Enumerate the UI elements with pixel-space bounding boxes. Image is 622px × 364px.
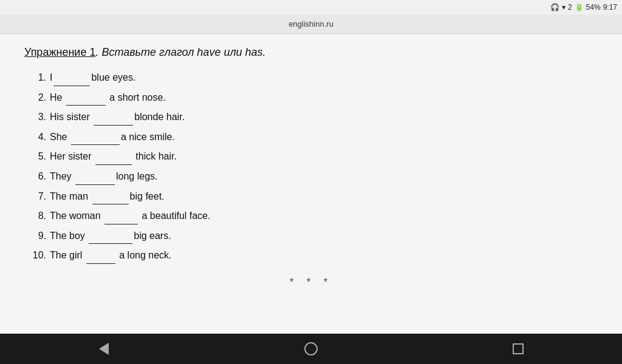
list-item: 10. The girl a long neck. xyxy=(24,248,598,264)
battery-icon: 🔋 xyxy=(575,3,584,12)
status-bar: 🎧 ▾ 2 🔋 54% 9:17 xyxy=(0,0,622,15)
item-number: 2. xyxy=(24,90,46,106)
item-number: 4. xyxy=(24,129,46,145)
list-item: 4. She a nice smile. xyxy=(24,129,598,146)
item-number: 6. xyxy=(24,169,46,184)
blank xyxy=(104,208,138,224)
wifi-icon: ▾ xyxy=(562,3,566,12)
item-number: 8. xyxy=(24,208,46,224)
blank xyxy=(71,129,120,146)
blank xyxy=(89,228,132,244)
time-display: 9:17 xyxy=(603,3,617,12)
list-item: 5. Her sister thick hair. xyxy=(24,149,598,165)
item-number: 1. xyxy=(24,70,46,86)
list-item: 8. The woman a beautiful face. xyxy=(24,208,598,224)
home-button[interactable] xyxy=(302,340,320,358)
status-icons: 🎧 ▾ 2 🔋 54% 9:17 xyxy=(550,3,617,12)
item-text: Her sister thick hair. xyxy=(50,149,177,165)
list-item: 9. The boy big ears. xyxy=(24,228,598,244)
blank xyxy=(95,149,132,165)
item-text: His sister blonde hair. xyxy=(50,109,185,126)
list-item: 6. They long legs. xyxy=(24,169,598,185)
item-text: She a nice smile. xyxy=(50,129,175,146)
separator: * * * xyxy=(24,276,598,289)
item-number: 9. xyxy=(24,228,46,244)
blank xyxy=(94,109,133,126)
url-text: englishinn.ru xyxy=(289,19,333,29)
back-icon xyxy=(99,343,109,355)
item-number: 7. xyxy=(24,189,46,204)
back-button[interactable] xyxy=(95,340,113,358)
blank xyxy=(86,248,115,264)
home-icon xyxy=(304,342,318,356)
item-number: 10. xyxy=(24,248,46,263)
battery-percentage: 54% xyxy=(586,3,601,12)
recents-button[interactable] xyxy=(509,340,527,358)
item-text: The girl a long neck. xyxy=(50,248,172,264)
recents-icon xyxy=(513,343,524,354)
item-text: The man big feet. xyxy=(50,189,165,205)
blank xyxy=(92,189,129,205)
list-item: 7. The man big feet. xyxy=(24,189,598,205)
content-area: Упражнение 1. Вставьте глагол have или h… xyxy=(0,34,622,334)
item-text: I blue eyes. xyxy=(50,70,135,86)
list-item: 2. He a short nose. xyxy=(24,90,598,106)
exercise-list: 1. I blue eyes. 2. He a short nose. 3. H… xyxy=(24,70,598,264)
list-item: 1. I blue eyes. xyxy=(24,70,598,86)
exercise-title-rest: . Вставьте глагол have или has. xyxy=(95,46,265,58)
item-number: 5. xyxy=(24,149,46,164)
sim-icon: 2 xyxy=(568,3,572,12)
list-item: 3. His sister blonde hair. xyxy=(24,109,598,126)
blank xyxy=(66,90,106,106)
url-bar[interactable]: englishinn.ru xyxy=(0,15,622,34)
item-number: 3. xyxy=(24,109,46,125)
item-text: The woman a beautiful face. xyxy=(50,208,210,224)
blank xyxy=(75,169,115,185)
item-text: They long legs. xyxy=(50,169,158,185)
exercise-title-underline: Упражнение 1 xyxy=(24,46,95,58)
blank xyxy=(53,70,90,86)
item-text: He a short nose. xyxy=(50,90,166,106)
item-text: The boy big ears. xyxy=(50,228,171,244)
exercise-title: Упражнение 1. Вставьте глагол have или h… xyxy=(24,46,598,59)
nav-bar xyxy=(0,334,622,364)
headphone-icon: 🎧 xyxy=(550,3,559,12)
